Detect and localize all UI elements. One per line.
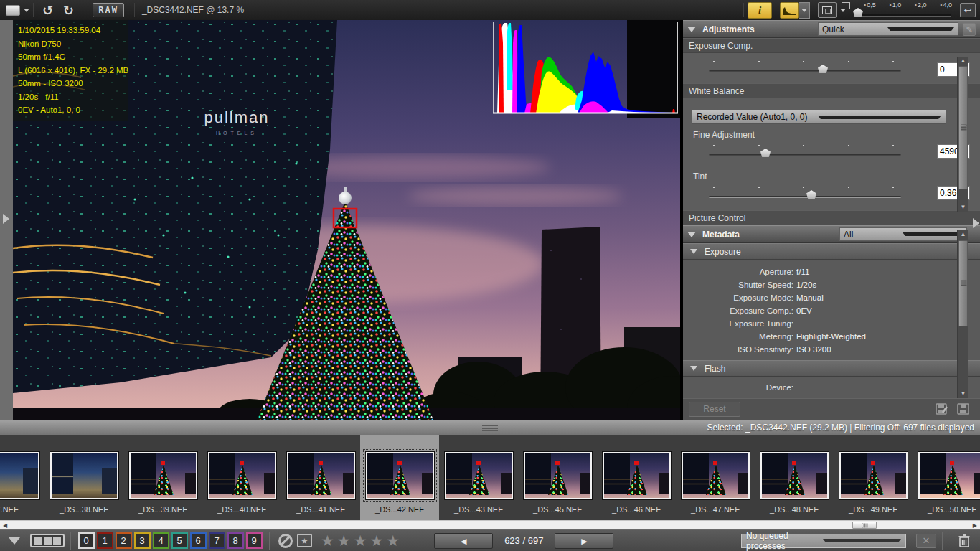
- image-position-indicator: 623 / 697: [504, 535, 543, 546]
- save-file-icon[interactable]: [957, 403, 970, 415]
- metadata-scrollbar-thumb[interactable]: [958, 240, 968, 326]
- save-adjustments-icon[interactable]: [936, 403, 948, 415]
- filmstrip-thumbnail[interactable]: _DS...39.NEF: [123, 435, 202, 520]
- chevron-down-icon: [887, 27, 955, 31]
- bottom-toolbar: 0 1 2 3 4 5 6 7 8 9 ★ ★ ★ ★ ★ ★ ◀ 623 / …: [0, 529, 980, 551]
- histogram-options-button[interactable]: [799, 2, 810, 19]
- exposure-section-header[interactable]: Exposure: [683, 243, 980, 260]
- filmstrip-thumbnail[interactable]: _DS...49.NEF: [834, 435, 913, 520]
- previous-image-button[interactable]: ◀: [434, 533, 493, 549]
- filmstrip-thumbnail[interactable]: _DS...50.NEF: [913, 435, 980, 520]
- next-image-button[interactable]: ▶: [555, 533, 613, 549]
- star-rating-3[interactable]: ★: [354, 534, 367, 548]
- histogram-toggle-button[interactable]: [780, 2, 799, 19]
- filmstrip-scrollbar-thumb[interactable]: [852, 522, 877, 529]
- adjustments-scrollbar-thumb[interactable]: [958, 66, 968, 189]
- fit-to-screen-button[interactable]: [818, 2, 837, 18]
- adjustments-header[interactable]: Adjustments Quick ✎: [683, 20, 980, 38]
- flash-section-title: Flash: [705, 364, 725, 374]
- apply-settings-icon[interactable]: ✎: [963, 23, 976, 36]
- color-label-4[interactable]: 4: [153, 532, 169, 549]
- rotate-right-button[interactable]: ↻: [58, 3, 79, 18]
- filmstrip-thumbnail[interactable]: _DS...48.NEF: [755, 435, 834, 520]
- thumbnail-filename: _DS...38.NEF: [60, 505, 108, 514]
- rotate-right-icon: ↻: [58, 3, 79, 18]
- exposure-comp-label: Exposure Comp.: [683, 38, 980, 53]
- color-label-3[interactable]: 3: [134, 532, 151, 549]
- filmstrip-thumbnail-selected[interactable]: _DS...42.NEF: [360, 435, 439, 520]
- star-rating-1[interactable]: ★: [321, 534, 334, 548]
- rotate-left-button[interactable]: ↺: [37, 3, 58, 18]
- left-panel-expander[interactable]: [0, 20, 13, 420]
- back-button[interactable]: ↩: [960, 3, 976, 17]
- view-options-dropdown-icon[interactable]: [9, 537, 20, 545]
- star-rating-5[interactable]: ★: [386, 534, 400, 548]
- adjustments-scrollbar[interactable]: ▲ ▼: [957, 57, 968, 212]
- exif-line: 0EV - Auto1, 0, 0: [18, 103, 123, 117]
- remove-rating-button[interactable]: ★: [297, 534, 312, 547]
- trash-button[interactable]: [958, 534, 970, 547]
- star-rating-4[interactable]: ★: [369, 534, 383, 548]
- raw-button[interactable]: RAW: [93, 3, 124, 17]
- color-label-7[interactable]: 7: [209, 532, 225, 549]
- flash-section-header[interactable]: Flash: [683, 360, 980, 377]
- filmstrip-thumbnail[interactable]: _DS...47.NEF: [676, 435, 755, 520]
- filmstrip-thumbnail[interactable]: _DS...41.NEF: [281, 435, 360, 520]
- exposure-comp-slider-thumb[interactable]: [818, 65, 828, 73]
- filmstrip-scrollbar[interactable]: ◀ ▶: [0, 520, 980, 529]
- color-label-8[interactable]: 8: [227, 532, 244, 549]
- star-rating-2[interactable]: ★: [337, 534, 351, 548]
- metadata-scrollbar[interactable]: ▲ ▼: [957, 230, 968, 398]
- layout-menu-button[interactable]: [6, 5, 29, 16]
- exposure-comp-slider-track[interactable]: [709, 70, 901, 72]
- fine-adjustment-slider-thumb[interactable]: [760, 149, 771, 157]
- zoom-tick: ×4,0: [939, 1, 952, 9]
- filmstrip-thumbnail[interactable]: _DS...40.NEF: [202, 435, 281, 520]
- tint-slider-row: 0.36: [683, 182, 980, 210]
- color-label-9[interactable]: 9: [246, 532, 263, 549]
- exposure-comp-slider-row: 0: [683, 53, 980, 83]
- white-balance-value: Recorded Value (Auto1, 0, 0): [697, 112, 814, 122]
- process-queue-dropdown[interactable]: No queued processes: [741, 534, 906, 548]
- color-label-1[interactable]: 1: [97, 532, 113, 549]
- scroll-down-icon[interactable]: ▼: [958, 390, 969, 398]
- color-label-6[interactable]: 6: [190, 532, 207, 549]
- remove-label-button[interactable]: [278, 534, 293, 548]
- scroll-down-icon[interactable]: ▼: [958, 203, 969, 212]
- metadata-filter-dropdown[interactable]: All: [839, 227, 967, 241]
- collapse-right-panel-icon[interactable]: [973, 218, 979, 228]
- fine-adjustment-slider-track[interactable]: [709, 154, 901, 156]
- filmstrip-thumbnail[interactable]: _DS...45.NEF: [518, 435, 597, 520]
- color-label-0[interactable]: 0: [78, 532, 95, 549]
- queue-status-text: No queued processes: [746, 531, 819, 551]
- splitter-handle[interactable]: [482, 425, 498, 431]
- scroll-left-icon[interactable]: ◀: [3, 522, 7, 529]
- filmstrip-layout-button[interactable]: [30, 534, 65, 547]
- color-label-2[interactable]: 2: [116, 532, 132, 549]
- scroll-up-icon[interactable]: ▲: [958, 57, 969, 65]
- adjustments-preset-dropdown[interactable]: Quick: [818, 22, 958, 36]
- exif-line: 1/10/2015 19:33:59.04: [18, 24, 123, 37]
- filmstrip-thumbnail[interactable]: _DS...38.NEF: [44, 435, 123, 520]
- exif-info-overlay: 1/10/2015 19:33:59.04 Nikon D750 50mm f/…: [13, 20, 128, 121]
- filmstrip-thumbnail[interactable]: _DS...46.NEF: [597, 435, 676, 520]
- zoom-slider-track[interactable]: [854, 14, 951, 17]
- cancel-process-button[interactable]: ✕: [916, 534, 936, 548]
- tint-slider-track[interactable]: [709, 196, 901, 198]
- metadata-header[interactable]: Metadata All: [683, 225, 980, 243]
- scroll-up-icon[interactable]: ▲: [958, 230, 969, 239]
- filmstrip-thumbnail[interactable]: _DS...43.NEF: [439, 435, 518, 520]
- white-balance-dropdown[interactable]: Recorded Value (Auto1, 0, 0): [692, 110, 946, 124]
- color-label-5[interactable]: 5: [171, 532, 188, 549]
- collapse-triangle-icon: [690, 366, 697, 371]
- info-toggle-button[interactable]: i: [748, 2, 772, 19]
- scroll-right-icon[interactable]: ▶: [973, 522, 977, 529]
- collapse-triangle-icon: [687, 232, 696, 237]
- zoom-slider-thumb[interactable]: [853, 8, 863, 17]
- tint-slider-thumb[interactable]: [806, 190, 816, 199]
- reset-button[interactable]: Reset: [689, 402, 740, 417]
- filmstrip-thumbnail[interactable]: 37.NEF: [0, 435, 44, 520]
- toolbar-divider: [956, 3, 956, 17]
- rotate-left-icon: ↺: [37, 3, 58, 18]
- image-viewer[interactable]: pullman HOTELS: [13, 20, 680, 420]
